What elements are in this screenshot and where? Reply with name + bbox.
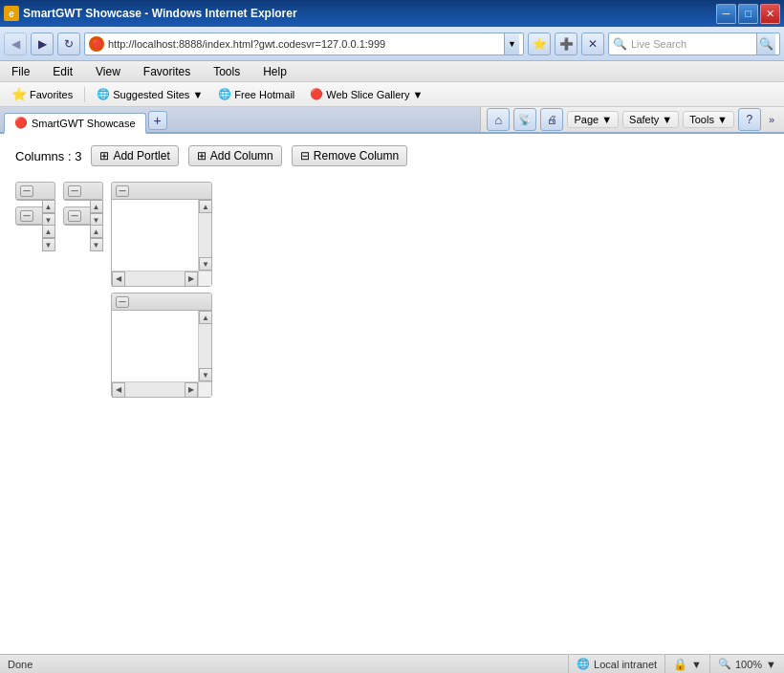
print-button[interactable]: 🖨 [540,108,563,131]
address-bar[interactable]: 🔴 http://localhost:8888/index.html?gwt.c… [84,33,524,55]
minimize-button[interactable]: ─ [716,4,736,24]
scroll-left-btn[interactable]: ◀ [112,382,125,398]
portal-column-2: ─ ▲ ▼ ─ [63,182,103,226]
search-bar[interactable]: 🔍 Live Search 🔍 [608,33,780,55]
window-title: SmartGWT Showcase - Windows Internet Exp… [23,7,297,20]
favorites-button[interactable]: ⭐ Favorites [8,85,76,103]
add-column-icon: ⊞ [197,149,207,163]
portlet-3-2-scrollbar-v[interactable]: ▲ ▼ [198,311,211,381]
portlet-3-1: ─ ▲ ▼ ◀ ▶ [111,182,212,287]
remove-column-button[interactable]: ⊟ Remove Column [292,145,407,166]
suggested-sites-item[interactable]: 🌐 Suggested Sites ▼ [93,86,207,102]
forward-button[interactable]: ▶ [31,33,54,55]
portlet-2-2-minimize[interactable]: ─ [68,210,81,222]
overflow-button[interactable]: » [765,114,778,125]
zone-icon: 🌐 [577,658,590,670]
zoom-dropdown-icon: ▼ [766,659,776,670]
suggested-sites-icon: 🌐 [97,88,110,100]
free-hotmail-item[interactable]: 🌐 Free Hotmail [214,86,298,102]
web-slice-gallery-item[interactable]: 🔴 Web Slice Gallery ▼ [306,86,426,102]
portlet-3-1-minimize[interactable]: ─ [116,185,129,197]
window-controls[interactable]: ─ □ ✕ [716,4,780,24]
menu-view[interactable]: View [92,63,124,80]
menu-tools[interactable]: Tools [209,63,244,80]
favorites-label: Favorites [30,89,73,100]
security-dropdown-icon: ▼ [691,659,702,670]
scroll-down-btn[interactable]: ▼ [42,238,55,251]
scroll-up-btn[interactable]: ▲ [199,311,212,324]
search-input-text[interactable]: Live Search [631,38,752,50]
portlet-2-1-header: ─ [64,183,102,200]
hotmail-icon: 🌐 [218,88,231,100]
scroll-right-btn[interactable]: ▶ [185,382,198,398]
add-to-favorites[interactable]: ➕ [555,33,577,55]
favorites-separator [84,87,85,102]
stop-button[interactable]: ✕ [581,33,604,55]
page-menu-button[interactable]: Page ▼ [567,111,619,128]
add-portlet-button[interactable]: ⊞ Add Portlet [91,145,178,166]
scroll-up-btn[interactable]: ▲ [90,200,103,213]
portlet-3-2-minimize[interactable]: ─ [116,296,129,308]
zoom-icon: 🔍 [718,658,731,670]
portlet-3-2-scrollbar-h[interactable]: ◀ ▶ [112,381,198,397]
portlet-3-1-scrollbar-h[interactable]: ◀ ▶ [112,271,198,286]
portal-layout: ─ ▲ ▼ ─ [15,182,769,398]
tab-icon: 🔴 [14,117,28,129]
page-icon: 🔴 [89,36,104,52]
portlet-1-1-header: ─ [16,183,54,200]
browser-icon: e [4,6,19,21]
scroll-down-btn[interactable]: ▼ [199,257,212,271]
tools-menu-label: Tools ▼ [689,114,728,125]
new-tab-button[interactable]: + [148,111,167,130]
hscroll-track [125,382,185,397]
portlet-3-2-content [112,311,198,381]
scroll-up-btn[interactable]: ▲ [42,200,55,213]
status-text: Done [0,659,568,670]
zoom-section[interactable]: 🔍 100% ▼ [709,655,784,674]
feeds-button[interactable]: 📡 [513,108,536,131]
scroll-track [199,213,211,257]
scroll-up-btn[interactable]: ▲ [199,200,212,213]
scroll-down-btn[interactable]: ▼ [199,368,212,381]
menu-edit[interactable]: Edit [49,63,76,80]
scroll-down-btn[interactable]: ▼ [90,238,103,251]
portlet-2-1-minimize[interactable]: ─ [68,185,81,197]
security-section: 🔒 ▼ [664,655,709,674]
portlet-3-1-scrollbar-v[interactable]: ▲ ▼ [198,200,211,271]
menu-file[interactable]: File [8,63,33,80]
portal-column-3: ─ ▲ ▼ ◀ ▶ [111,182,212,398]
address-dropdown[interactable]: ▼ [504,33,519,54]
close-button[interactable]: ✕ [760,4,780,24]
tab-smartgwt[interactable]: 🔴 SmartGWT Showcase [4,113,146,134]
help-button[interactable]: ? [738,108,761,131]
scroll-up-btn[interactable]: ▲ [42,225,55,238]
portlet-3-2: ─ ▲ ▼ ◀ ▶ [111,293,212,398]
maximize-button[interactable]: □ [738,4,758,24]
zone-label: Local intranet [594,659,657,670]
back-button[interactable]: ◀ [4,33,27,55]
scroll-left-btn[interactable]: ◀ [112,271,125,287]
home-button[interactable]: ⌂ [487,108,510,131]
tab-label: SmartGWT Showcase [32,118,136,129]
title-bar-left: e SmartGWT Showcase - Windows Internet E… [4,6,297,21]
status-bar: Done 🌐 Local intranet 🔒 ▼ 🔍 100% ▼ [0,654,784,673]
portal-column-1: ─ ▲ ▼ ─ [15,182,55,226]
favorites-bar: ⭐ Favorites 🌐 Suggested Sites ▼ 🌐 Free H… [0,82,784,107]
address-text[interactable]: http://localhost:8888/index.html?gwt.cod… [108,38,500,50]
portlet-1-2-minimize[interactable]: ─ [20,210,33,222]
menu-help[interactable]: Help [259,63,291,80]
menu-favorites[interactable]: Favorites [140,63,194,80]
zone-section: 🌐 Local intranet [568,655,664,674]
scroll-up-btn[interactable]: ▲ [90,225,103,238]
safety-menu-button[interactable]: Safety ▼ [622,111,679,128]
go-to-favorites[interactable]: ⭐ [528,33,551,55]
scroll-right-btn[interactable]: ▶ [185,271,198,287]
title-bar: e SmartGWT Showcase - Windows Internet E… [0,0,784,27]
tools-menu-button[interactable]: Tools ▼ [683,111,734,128]
portlet-1-1-minimize[interactable]: ─ [20,185,33,197]
add-column-button[interactable]: ⊞ Add Column [188,145,282,166]
search-button[interactable]: 🔍 [756,33,775,54]
add-portlet-label: Add Portlet [113,149,169,163]
add-portlet-icon: ⊞ [99,149,109,163]
refresh-button[interactable]: ↻ [57,33,80,55]
